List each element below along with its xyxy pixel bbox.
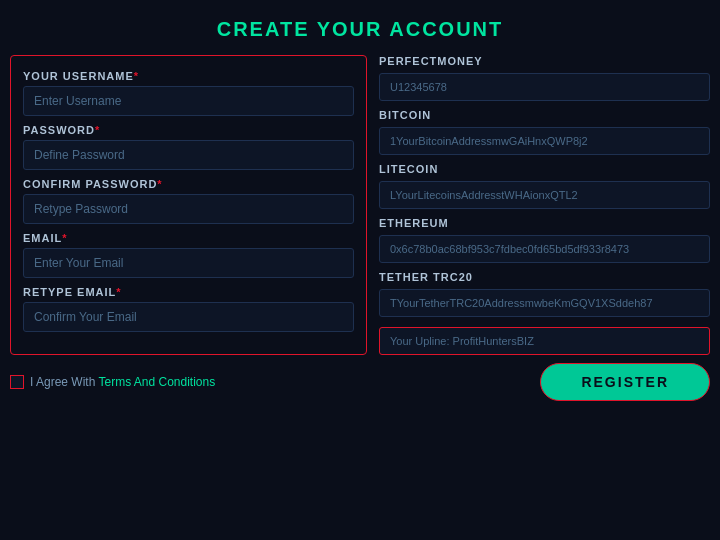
username-label: YOUR USERNAME*	[23, 70, 354, 82]
perfectmoney-field-group: PERFECTMONEY	[379, 55, 710, 101]
bitcoin-input[interactable]	[379, 127, 710, 155]
ethereum-field-group: ETHEREUM	[379, 217, 710, 263]
bitcoin-label: BITCOIN	[379, 109, 710, 121]
email-field-group: EMAIL*	[23, 232, 354, 278]
tether-label: TETHER TRC20	[379, 271, 710, 283]
litecoin-field-group: LITECOIN	[379, 163, 710, 209]
terms-label: I Agree With Terms And Conditions	[30, 375, 215, 389]
confirm-password-label: CONFIRM PASSWORD*	[23, 178, 354, 190]
register-button[interactable]: REGISTER	[540, 363, 710, 401]
retype-email-field-group: RETYPE EMAIL*	[23, 286, 354, 332]
upline-input[interactable]	[379, 327, 710, 355]
username-field-group: YOUR USERNAME*	[23, 70, 354, 116]
left-panel: YOUR USERNAME* PASSWORD* CONFIRM PASSWOR…	[10, 55, 367, 355]
terms-checkbox[interactable]	[10, 375, 24, 389]
password-input[interactable]	[23, 140, 354, 170]
right-panel: PERFECTMONEY BITCOIN LITECOIN ETHEREUM T…	[379, 55, 710, 355]
litecoin-input[interactable]	[379, 181, 710, 209]
form-container: YOUR USERNAME* PASSWORD* CONFIRM PASSWOR…	[10, 55, 710, 355]
tether-input[interactable]	[379, 289, 710, 317]
perfectmoney-label: PERFECTMONEY	[379, 55, 710, 67]
password-field-group: PASSWORD*	[23, 124, 354, 170]
bitcoin-field-group: BITCOIN	[379, 109, 710, 155]
ethereum-input[interactable]	[379, 235, 710, 263]
upline-field-group	[379, 325, 710, 355]
tether-field-group: TETHER TRC20	[379, 271, 710, 317]
email-input[interactable]	[23, 248, 354, 278]
litecoin-label: LITECOIN	[379, 163, 710, 175]
terms-checkbox-row: I Agree With Terms And Conditions	[10, 375, 215, 389]
retype-email-label: RETYPE EMAIL*	[23, 286, 354, 298]
confirm-password-field-group: CONFIRM PASSWORD*	[23, 178, 354, 224]
ethereum-label: ETHEREUM	[379, 217, 710, 229]
page-title: CREATE YOUR ACCOUNT	[217, 18, 504, 41]
email-label: EMAIL*	[23, 232, 354, 244]
perfectmoney-input[interactable]	[379, 73, 710, 101]
terms-link[interactable]: Terms And Conditions	[98, 375, 215, 389]
retype-email-input[interactable]	[23, 302, 354, 332]
confirm-password-input[interactable]	[23, 194, 354, 224]
password-label: PASSWORD*	[23, 124, 354, 136]
username-input[interactable]	[23, 86, 354, 116]
bottom-row: I Agree With Terms And Conditions REGIST…	[10, 363, 710, 401]
